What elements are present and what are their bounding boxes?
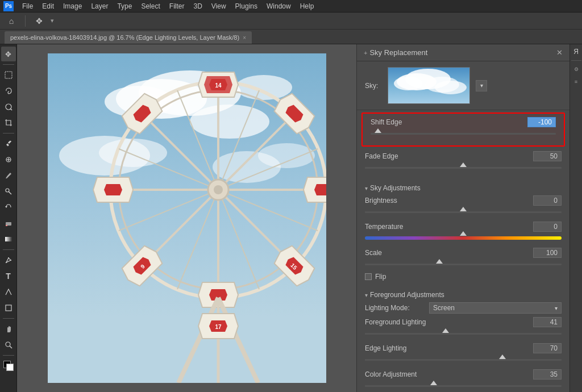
menu-3d[interactable]: 3D bbox=[189, 1, 206, 11]
menu-file[interactable]: File bbox=[18, 1, 37, 11]
tool-eraser[interactable] bbox=[1, 216, 16, 231]
color-swatch[interactable] bbox=[2, 360, 15, 372]
svg-point-24 bbox=[235, 75, 292, 100]
shift-edge-row: Shift Edge -100 bbox=[371, 117, 556, 127]
foreground-arrow: ▾ bbox=[365, 292, 368, 298]
menu-help[interactable]: Help bbox=[296, 1, 318, 11]
svg-marker-8 bbox=[5, 206, 7, 208]
menu-view[interactable]: View bbox=[207, 1, 230, 11]
tool-separator-5 bbox=[3, 355, 14, 356]
lighting-mode-dropdown-arrow: ▾ bbox=[555, 305, 558, 311]
color-adjustment-label: Color Adjustment bbox=[365, 370, 417, 378]
brightness-slider[interactable] bbox=[365, 208, 562, 216]
menu-plugins[interactable]: Plugins bbox=[231, 1, 261, 11]
temperature-slider[interactable] bbox=[365, 234, 562, 242]
menu-window[interactable]: Window bbox=[263, 1, 295, 11]
color-adjustment-value[interactable]: 35 bbox=[533, 369, 562, 380]
color-adjustment-slider[interactable] bbox=[365, 382, 562, 390]
right-icon-2[interactable]: ⚙ bbox=[571, 64, 581, 74]
foreground-lighting-value[interactable]: 41 bbox=[533, 317, 562, 327]
tool-quick-select[interactable] bbox=[1, 99, 16, 114]
app-logo: Ps bbox=[3, 1, 14, 11]
tool-clone-stamp[interactable] bbox=[1, 184, 16, 199]
svg-text:14: 14 bbox=[215, 82, 222, 89]
tool-history-brush[interactable] bbox=[1, 200, 16, 215]
tool-move[interactable]: ✥ bbox=[1, 47, 16, 61]
canvas-image[interactable]: 14 bbox=[48, 53, 326, 383]
scale-row: Scale 100 bbox=[365, 248, 562, 258]
temperature-row: Temperature 0 bbox=[365, 222, 562, 232]
lighting-mode-row: Lighting Mode: Screen ▾ bbox=[365, 302, 562, 314]
scale-label: Scale bbox=[365, 249, 382, 257]
tool-path-select[interactable] bbox=[1, 285, 16, 299]
move-icon[interactable]: ✥ bbox=[32, 14, 46, 28]
panel-add-icon[interactable]: + bbox=[364, 49, 367, 56]
sky-thumbnail[interactable] bbox=[388, 67, 470, 104]
fade-edge-section: Fade Edge 50 bbox=[357, 149, 569, 181]
tool-hand[interactable] bbox=[1, 322, 16, 336]
shift-edge-value[interactable]: -100 bbox=[527, 117, 556, 127]
svg-marker-56 bbox=[104, 184, 122, 195]
tool-lasso[interactable] bbox=[1, 84, 16, 98]
tool-marquee[interactable] bbox=[1, 68, 16, 82]
svg-point-21 bbox=[190, 105, 269, 139]
panel-header: + Sky Replacement ✕ bbox=[357, 44, 569, 61]
tool-eyedropper[interactable] bbox=[1, 136, 16, 151]
edge-lighting-value[interactable]: 70 bbox=[533, 343, 562, 353]
menu-filter[interactable]: Filter bbox=[165, 1, 189, 11]
document-tab[interactable]: pexels-elina-volkova-18403914.jpg @ 16.7… bbox=[5, 31, 252, 44]
edge-lighting-slider[interactable] bbox=[365, 356, 562, 364]
home-icon[interactable]: ⌂ bbox=[5, 14, 18, 28]
svg-line-2 bbox=[10, 109, 12, 110]
canvas-area: 14 bbox=[17, 44, 356, 392]
right-icons-panel: Я ⚙ ≡ bbox=[569, 44, 582, 392]
tab-bar: pexels-elina-volkova-18403914.jpg @ 16.7… bbox=[0, 30, 582, 44]
menu-image[interactable]: Image bbox=[59, 1, 86, 11]
svg-text:17: 17 bbox=[215, 324, 222, 330]
tool-separator-3 bbox=[3, 249, 14, 250]
tool-brush[interactable] bbox=[1, 168, 16, 183]
brightness-label: Brightness bbox=[365, 197, 397, 205]
scale-slider[interactable] bbox=[365, 260, 562, 268]
temperature-value[interactable]: 0 bbox=[533, 222, 562, 232]
tool-pen[interactable] bbox=[1, 253, 16, 268]
fade-edge-slider[interactable] bbox=[365, 164, 562, 172]
foreground-adjustments-header[interactable]: ▾ Foreground Adjustments bbox=[365, 291, 562, 299]
panel-title: Sky Replacement bbox=[369, 48, 427, 57]
options-bar: ⌂ ✥ ▾ bbox=[0, 12, 582, 30]
tool-separator-4 bbox=[3, 318, 14, 319]
color-adjustment-row: Color Adjustment 35 bbox=[365, 369, 562, 380]
sky-adjustments-header[interactable]: ▾ Sky Adjustments bbox=[365, 184, 562, 192]
svg-rect-14 bbox=[6, 305, 11, 311]
tool-healing[interactable] bbox=[1, 152, 16, 167]
scale-value[interactable]: 100 bbox=[533, 248, 562, 258]
right-divider-1 bbox=[571, 60, 581, 61]
menu-select[interactable]: Select bbox=[137, 1, 164, 11]
edge-lighting-label: Edge Lighting bbox=[365, 344, 406, 352]
tool-crop[interactable] bbox=[1, 115, 16, 130]
sky-label: Sky: bbox=[365, 82, 382, 90]
tool-gradient[interactable] bbox=[1, 232, 16, 247]
svg-point-13 bbox=[6, 262, 7, 263]
menu-layer[interactable]: Layer bbox=[87, 1, 112, 11]
sky-adjustments-label: Sky Adjustments bbox=[370, 184, 421, 192]
fade-edge-value[interactable]: 50 bbox=[533, 151, 562, 161]
flip-checkbox[interactable] bbox=[365, 273, 372, 280]
edge-lighting-row: Edge Lighting 70 bbox=[365, 343, 562, 353]
left-toolbar: ✥ bbox=[0, 44, 17, 392]
menu-type[interactable]: Type bbox=[113, 1, 136, 11]
menu-edit[interactable]: Edit bbox=[38, 1, 58, 11]
right-icon-1[interactable]: Я bbox=[571, 47, 581, 57]
right-icon-3[interactable]: ≡ bbox=[571, 77, 581, 87]
sky-dropdown-button[interactable]: ▾ bbox=[476, 80, 487, 91]
lighting-mode-dropdown[interactable]: Screen ▾ bbox=[429, 302, 562, 314]
shift-edge-slider[interactable] bbox=[371, 130, 556, 137]
options-separator bbox=[25, 15, 26, 27]
foreground-lighting-slider[interactable] bbox=[365, 330, 562, 337]
tool-text[interactable]: T bbox=[1, 269, 16, 283]
tab-close-button[interactable]: × bbox=[243, 35, 246, 41]
panel-close-button[interactable]: ✕ bbox=[556, 48, 563, 57]
tool-zoom[interactable] bbox=[1, 337, 16, 352]
brightness-value[interactable]: 0 bbox=[533, 195, 562, 206]
tool-shape[interactable] bbox=[1, 301, 16, 315]
